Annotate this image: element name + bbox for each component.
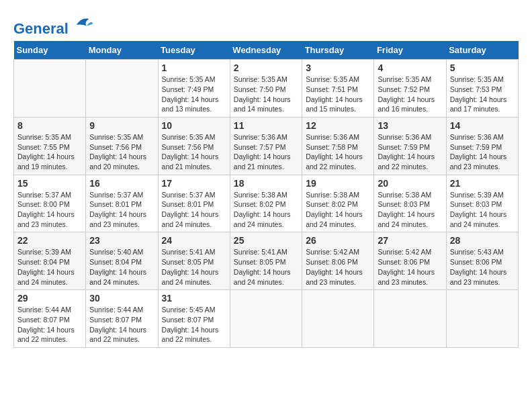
day-number: 8 [17, 120, 82, 131]
day-info: Sunrise: 5:38 AMSunset: 8:02 PMDaylight:… [306, 190, 370, 230]
weekday-header-sunday: Sunday [14, 41, 86, 60]
day-number: 15 [17, 178, 82, 189]
day-cell: 29Sunrise: 5:44 AMSunset: 8:07 PMDayligh… [14, 290, 86, 348]
day-cell: 23Sunrise: 5:40 AMSunset: 8:04 PMDayligh… [86, 232, 158, 290]
calendar-week-row: 1Sunrise: 5:35 AMSunset: 7:49 PMDaylight… [14, 60, 519, 118]
day-number: 1 [162, 62, 226, 73]
day-number: 4 [378, 62, 442, 73]
empty-day-cell [14, 60, 86, 118]
day-info: Sunrise: 5:36 AMSunset: 7:58 PMDaylight:… [306, 132, 370, 172]
calendar-week-row: 29Sunrise: 5:44 AMSunset: 8:07 PMDayligh… [14, 290, 519, 348]
day-number: 13 [378, 120, 442, 131]
day-number: 9 [89, 120, 154, 131]
day-number: 12 [306, 120, 370, 131]
day-info: Sunrise: 5:37 AMSunset: 8:01 PMDaylight:… [162, 190, 226, 230]
day-cell: 21Sunrise: 5:39 AMSunset: 8:03 PMDayligh… [446, 175, 518, 232]
day-cell: 19Sunrise: 5:38 AMSunset: 8:02 PMDayligh… [302, 175, 374, 232]
day-info: Sunrise: 5:37 AMSunset: 8:01 PMDaylight:… [89, 190, 154, 230]
day-info: Sunrise: 5:37 AMSunset: 8:00 PMDaylight:… [17, 190, 82, 230]
day-number: 5 [450, 62, 515, 73]
empty-day-cell [374, 290, 446, 348]
day-cell: 20Sunrise: 5:38 AMSunset: 8:03 PMDayligh… [374, 175, 446, 232]
day-number: 30 [89, 293, 154, 304]
logo-bird-icon [74, 13, 94, 34]
day-cell: 28Sunrise: 5:43 AMSunset: 8:06 PMDayligh… [446, 232, 518, 290]
day-number: 22 [17, 235, 82, 246]
day-cell: 12Sunrise: 5:36 AMSunset: 7:58 PMDayligh… [302, 117, 374, 175]
day-cell: 16Sunrise: 5:37 AMSunset: 8:01 PMDayligh… [86, 175, 158, 232]
day-info: Sunrise: 5:39 AMSunset: 8:03 PMDaylight:… [450, 190, 515, 230]
day-info: Sunrise: 5:44 AMSunset: 8:07 PMDaylight:… [89, 305, 154, 345]
calendar-week-row: 15Sunrise: 5:37 AMSunset: 8:00 PMDayligh… [14, 175, 519, 232]
day-number: 20 [378, 178, 442, 189]
weekday-header-tuesday: Tuesday [158, 41, 230, 60]
empty-day-cell [302, 290, 374, 348]
calendar-week-row: 8Sunrise: 5:35 AMSunset: 7:55 PMDaylight… [14, 117, 519, 175]
day-number: 10 [162, 120, 226, 131]
weekday-header-monday: Monday [86, 41, 158, 60]
day-info: Sunrise: 5:42 AMSunset: 8:06 PMDaylight:… [306, 247, 370, 287]
weekday-header-row: SundayMondayTuesdayWednesdayThursdayFrid… [14, 41, 519, 60]
logo-general: General [13, 20, 69, 37]
day-cell: 31Sunrise: 5:45 AMSunset: 8:07 PMDayligh… [158, 290, 230, 348]
page-header: General [13, 13, 519, 34]
day-cell: 27Sunrise: 5:42 AMSunset: 8:06 PMDayligh… [374, 232, 446, 290]
day-info: Sunrise: 5:41 AMSunset: 8:05 PMDaylight:… [234, 247, 298, 287]
day-info: Sunrise: 5:40 AMSunset: 8:04 PMDaylight:… [89, 247, 154, 287]
day-cell: 15Sunrise: 5:37 AMSunset: 8:00 PMDayligh… [14, 175, 86, 232]
day-cell: 3Sunrise: 5:35 AMSunset: 7:51 PMDaylight… [302, 60, 374, 118]
weekday-header-thursday: Thursday [302, 41, 374, 60]
day-info: Sunrise: 5:35 AMSunset: 7:56 PMDaylight:… [162, 132, 226, 172]
day-info: Sunrise: 5:35 AMSunset: 7:53 PMDaylight:… [450, 75, 515, 114]
weekday-header-friday: Friday [374, 41, 446, 60]
day-number: 24 [162, 235, 226, 246]
day-cell: 9Sunrise: 5:35 AMSunset: 7:56 PMDaylight… [86, 117, 158, 175]
day-number: 18 [234, 178, 298, 189]
day-number: 29 [17, 293, 82, 304]
day-cell: 17Sunrise: 5:37 AMSunset: 8:01 PMDayligh… [158, 175, 230, 232]
day-number: 28 [450, 235, 515, 246]
day-info: Sunrise: 5:35 AMSunset: 7:50 PMDaylight:… [234, 75, 298, 114]
day-cell: 2Sunrise: 5:35 AMSunset: 7:50 PMDaylight… [230, 60, 302, 118]
day-number: 31 [162, 293, 226, 304]
day-cell: 30Sunrise: 5:44 AMSunset: 8:07 PMDayligh… [86, 290, 158, 348]
day-number: 21 [450, 178, 515, 189]
day-info: Sunrise: 5:35 AMSunset: 7:51 PMDaylight:… [306, 75, 370, 114]
day-number: 2 [234, 62, 298, 73]
day-info: Sunrise: 5:35 AMSunset: 7:55 PMDaylight:… [17, 132, 82, 172]
day-cell: 11Sunrise: 5:36 AMSunset: 7:57 PMDayligh… [230, 117, 302, 175]
day-number: 26 [306, 235, 370, 246]
day-info: Sunrise: 5:43 AMSunset: 8:06 PMDaylight:… [450, 247, 515, 287]
day-info: Sunrise: 5:38 AMSunset: 8:03 PMDaylight:… [378, 190, 442, 230]
day-info: Sunrise: 5:38 AMSunset: 8:02 PMDaylight:… [234, 190, 298, 230]
day-info: Sunrise: 5:45 AMSunset: 8:07 PMDaylight:… [162, 305, 226, 345]
day-number: 16 [89, 178, 154, 189]
empty-day-cell [230, 290, 302, 348]
day-cell: 22Sunrise: 5:39 AMSunset: 8:04 PMDayligh… [14, 232, 86, 290]
day-info: Sunrise: 5:35 AMSunset: 7:52 PMDaylight:… [378, 75, 442, 114]
day-cell: 4Sunrise: 5:35 AMSunset: 7:52 PMDaylight… [374, 60, 446, 118]
empty-day-cell [446, 290, 518, 348]
day-info: Sunrise: 5:36 AMSunset: 7:59 PMDaylight:… [378, 132, 442, 172]
day-cell: 14Sunrise: 5:36 AMSunset: 7:59 PMDayligh… [446, 117, 518, 175]
day-cell: 13Sunrise: 5:36 AMSunset: 7:59 PMDayligh… [374, 117, 446, 175]
day-number: 23 [89, 235, 154, 246]
calendar-table: SundayMondayTuesdayWednesdayThursdayFrid… [13, 41, 519, 348]
day-cell: 24Sunrise: 5:41 AMSunset: 8:05 PMDayligh… [158, 232, 230, 290]
day-info: Sunrise: 5:39 AMSunset: 8:04 PMDaylight:… [17, 247, 82, 287]
day-info: Sunrise: 5:44 AMSunset: 8:07 PMDaylight:… [17, 305, 82, 345]
day-number: 11 [234, 120, 298, 131]
day-cell: 8Sunrise: 5:35 AMSunset: 7:55 PMDaylight… [14, 117, 86, 175]
day-cell: 25Sunrise: 5:41 AMSunset: 8:05 PMDayligh… [230, 232, 302, 290]
calendar-week-row: 22Sunrise: 5:39 AMSunset: 8:04 PMDayligh… [14, 232, 519, 290]
day-info: Sunrise: 5:35 AMSunset: 7:49 PMDaylight:… [162, 75, 226, 114]
day-cell: 5Sunrise: 5:35 AMSunset: 7:53 PMDaylight… [446, 60, 518, 118]
day-info: Sunrise: 5:36 AMSunset: 7:57 PMDaylight:… [234, 132, 298, 172]
day-info: Sunrise: 5:36 AMSunset: 7:59 PMDaylight:… [450, 132, 515, 172]
day-cell: 10Sunrise: 5:35 AMSunset: 7:56 PMDayligh… [158, 117, 230, 175]
day-info: Sunrise: 5:35 AMSunset: 7:56 PMDaylight:… [89, 132, 154, 172]
logo-text: General [13, 13, 94, 37]
day-cell: 26Sunrise: 5:42 AMSunset: 8:06 PMDayligh… [302, 232, 374, 290]
day-number: 27 [378, 235, 442, 246]
day-number: 3 [306, 62, 370, 73]
